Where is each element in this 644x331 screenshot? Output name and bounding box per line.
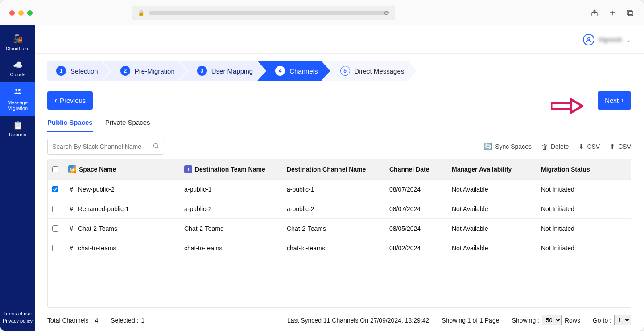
maximize-window-button[interactable] [27,10,33,16]
sidebar: 🚂 CloudFuze ☁️ Clouds Message Migration … [0,25,35,331]
users-icon [1,87,34,98]
step-pre-migration[interactable]: 2 Pre-Migration [103,61,187,81]
step-direct-messages[interactable]: 5 Direct Messages [322,61,417,81]
cell-migration-status: Not Initiated [541,186,574,193]
table-row[interactable]: #chat-to-teamschat-to-teamschat-to-teams… [48,238,631,257]
user-menu[interactable]: Vignesh ⌄ [583,34,631,45]
sidebar-item-label: Message Migration [8,100,28,111]
cell-destination-team: Chat-2-Teams [184,225,223,232]
step-label: Selection [70,67,98,75]
step-user-mapping[interactable]: 3 User Mapping [179,61,265,81]
tab-public-spaces[interactable]: Public Spaces [47,116,93,132]
search-box[interactable] [47,139,164,155]
download-icon: ⬇ [578,143,584,151]
row-checkbox[interactable] [52,225,58,232]
address-bar[interactable]: 🔒 ⟳ [132,6,395,20]
table-row[interactable]: #New-public-2a-public-1a-public-108/07/2… [48,179,631,199]
svg-rect-2 [627,10,632,15]
showing-page-text: Showing 1 of 1 Page [442,317,499,324]
sidebar-item-message-migration[interactable]: Message Migration [0,82,35,116]
step-selection[interactable]: 1 Selection [47,61,111,81]
minimize-window-button[interactable] [18,10,24,16]
cell-destination-channel: chat-to-teams [287,245,325,252]
teams-icon: T [184,165,192,173]
next-button[interactable]: Next › [598,91,631,110]
cell-space-name: chat-to-teams [78,245,116,252]
row-checkbox[interactable] [52,186,58,192]
delete-button[interactable]: 🗑 Delete [541,143,569,151]
table-header: G Space Name T Destination Team Name Des… [48,159,631,179]
tab-overview-icon[interactable] [626,8,635,17]
step-label: User Mapping [211,67,253,75]
step-number: 1 [56,66,66,76]
step-label: Direct Messages [355,67,405,75]
goto-label: Go to : [593,317,611,324]
cloud-icon: ☁️ [1,61,34,70]
button-label: Previous [60,97,86,104]
wizard-nav-buttons: ‹ Previous Next › [47,91,631,110]
step-number: 2 [120,66,130,76]
terms-link[interactable]: Terms of use [3,311,33,317]
button-label: Next [605,97,619,104]
step-channels[interactable]: 4 Channels [257,61,330,81]
selected-value: 1 [141,317,144,324]
tab-private-spaces[interactable]: Private Spaces [105,116,150,132]
cell-space-name: New-public-2 [78,186,115,193]
step-label: Channels [289,67,318,75]
cell-migration-status: Not Initiated [541,225,574,232]
sidebar-item-reports[interactable]: 📋 Reports [0,116,35,143]
share-icon[interactable] [590,8,599,17]
cell-destination-team: a-public-1 [184,186,211,193]
cell-manager-availability: Not Available [452,186,488,193]
sidebar-footer: Terms of use Privacy policy [1,306,34,331]
selected-label: Selected : [111,317,138,324]
user-avatar-icon [583,34,594,45]
search-icon[interactable] [153,143,159,151]
content: 1 Selection 2 Pre-Migration 3 User Mappi… [35,54,644,331]
cell-destination-channel: a-public-2 [287,205,314,212]
svg-point-5 [587,37,590,40]
tool-label: CSV [618,143,631,150]
row-checkbox[interactable] [52,206,58,212]
new-tab-icon[interactable] [608,8,617,17]
table-row[interactable]: #Chat-2-TeamsChat-2-TeamsChat-2-Teams08/… [48,218,631,238]
channels-table: G Space Name T Destination Team Name Des… [47,159,631,308]
hash-icon: # [68,245,74,252]
total-channels-value: 4 [95,317,98,324]
google-chat-icon: G [68,165,76,173]
space-tabs: Public Spaces Private Spaces [47,116,631,132]
cell-manager-availability: Not Available [452,205,488,212]
select-all-checkbox[interactable] [52,166,58,172]
app-window: 🔒 ⟳ 🚂 CloudFuze ☁️ Clouds [0,0,644,331]
hash-icon: # [68,186,74,193]
browser-chrome: 🔒 ⟳ [0,0,644,25]
table-row[interactable]: #Renamed-public-1a-public-2a-public-208/… [48,199,631,218]
clipboard-icon: 📋 [1,121,34,131]
trash-icon: 🗑 [541,143,548,151]
reload-icon[interactable]: ⟳ [384,9,389,16]
cell-destination-channel: Chat-2-Teams [287,225,326,232]
sidebar-item-cloudfuze[interactable]: 🚂 CloudFuze [0,30,35,56]
sync-icon: 🔄 [484,143,492,151]
csv-upload-button[interactable]: ⬆ CSV [610,143,631,151]
privacy-link[interactable]: Privacy policy [3,318,33,324]
cell-migration-status: Not Initiated [541,245,574,252]
search-input[interactable] [52,143,149,150]
previous-button[interactable]: ‹ Previous [47,91,93,110]
row-checkbox[interactable] [52,245,58,251]
page-size-select[interactable]: 50 [542,315,562,325]
url-placeholder [149,11,389,15]
close-window-button[interactable] [9,10,15,16]
tool-label: Delete [551,143,569,150]
step-label: Pre-Migration [135,67,175,75]
total-channels-label: Total Channels : [47,317,92,324]
step-number: 4 [275,66,285,76]
step-number: 5 [340,66,350,76]
goto-page-select[interactable]: 1 [614,315,631,325]
sidebar-item-label: CloudFuze [6,46,29,51]
svg-point-4 [18,89,20,91]
sidebar-item-clouds[interactable]: ☁️ Clouds [0,56,35,82]
csv-download-button[interactable]: ⬇ CSV [578,143,600,151]
sync-spaces-button[interactable]: 🔄 Sync Spaces [484,143,532,151]
last-synced-text: Last Synced 11 Channels On 27/09/2024, 1… [287,317,429,324]
